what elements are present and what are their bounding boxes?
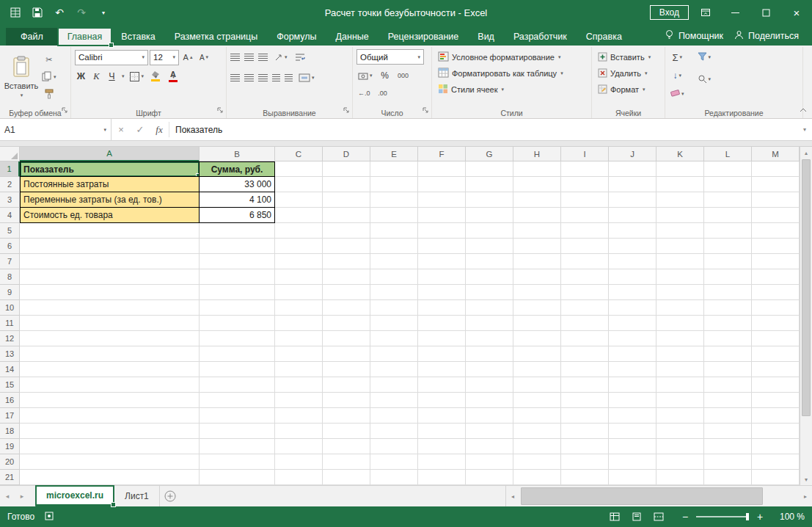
column-header-F[interactable]: F — [418, 147, 466, 161]
cell-H13[interactable] — [513, 346, 561, 362]
cell-E21[interactable] — [370, 470, 418, 485]
undo-icon[interactable]: ↶ — [53, 6, 66, 19]
underline-button[interactable]: Ч — [106, 71, 118, 81]
tab-справка[interactable]: Справка — [577, 28, 632, 46]
cell-H11[interactable] — [513, 316, 561, 331]
cell-I18[interactable] — [561, 424, 609, 439]
font-family-select[interactable]: Calibri▾ — [75, 50, 148, 65]
minimize-button[interactable] — [720, 0, 750, 25]
column-header-G[interactable]: G — [466, 147, 513, 161]
cell-H5[interactable] — [513, 223, 561, 239]
cell-D15[interactable] — [323, 377, 370, 393]
cut-button[interactable]: ✂ — [40, 51, 58, 68]
cell-F3[interactable] — [418, 192, 466, 208]
cell-L19[interactable] — [704, 439, 752, 454]
copy-button[interactable]: ▾ — [40, 69, 58, 85]
fill-color-button[interactable]: ▾ — [148, 68, 163, 84]
cell-D7[interactable] — [323, 254, 370, 269]
cell-L4[interactable] — [704, 208, 752, 223]
find-select-button[interactable]: ▾ — [696, 71, 713, 87]
cell-D5[interactable] — [323, 223, 370, 239]
cell-E1[interactable] — [370, 161, 418, 177]
cell-J6[interactable] — [609, 239, 656, 254]
cell-C9[interactable] — [275, 285, 323, 300]
cell-C4[interactable] — [275, 208, 323, 223]
cell-A3[interactable]: Переменные затраты (за ед. тов.) — [20, 192, 200, 208]
cell-B3[interactable]: 4 100 — [200, 192, 275, 208]
align-bottom-icon[interactable] — [258, 54, 268, 61]
cell-C2[interactable] — [275, 177, 323, 192]
cell-G10[interactable] — [466, 300, 513, 316]
cell-G6[interactable] — [466, 239, 513, 254]
cell-A9[interactable] — [20, 285, 200, 300]
number-format-select[interactable]: Общий▾ — [356, 49, 424, 65]
row-header-6[interactable]: 6 — [0, 239, 20, 254]
row-header-2[interactable]: 2 — [0, 177, 20, 192]
cell-B10[interactable] — [200, 300, 275, 316]
cell-D3[interactable] — [323, 192, 370, 208]
cell-E18[interactable] — [370, 424, 418, 439]
cell-G17[interactable] — [466, 408, 513, 424]
cell-F11[interactable] — [418, 316, 466, 331]
row-header-8[interactable]: 8 — [0, 269, 20, 285]
cell-B16[interactable] — [200, 393, 275, 408]
cell-G8[interactable] — [466, 269, 513, 285]
cell-D9[interactable] — [323, 285, 370, 300]
cell-F15[interactable] — [418, 377, 466, 393]
cell-J2[interactable] — [609, 177, 656, 192]
column-header-I[interactable]: I — [561, 147, 609, 161]
cell-I7[interactable] — [561, 254, 609, 269]
zoom-level[interactable]: 100 % — [774, 512, 805, 522]
ribbon-display-options-icon[interactable] — [699, 6, 712, 19]
cell-M4[interactable] — [752, 208, 800, 223]
cell-L6[interactable] — [704, 239, 752, 254]
cell-D17[interactable] — [323, 408, 370, 424]
cell-F1[interactable] — [418, 161, 466, 177]
cell-F21[interactable] — [418, 470, 466, 485]
cell-C15[interactable] — [275, 377, 323, 393]
cell-D8[interactable] — [323, 269, 370, 285]
page-layout-view-icon[interactable] — [627, 509, 646, 525]
cell-J12[interactable] — [609, 331, 656, 346]
cell-D13[interactable] — [323, 346, 370, 362]
cell-B19[interactable] — [200, 439, 275, 454]
cell-E7[interactable] — [370, 254, 418, 269]
row-header-3[interactable]: 3 — [0, 192, 20, 208]
cell-D1[interactable] — [323, 161, 370, 177]
cell-K10[interactable] — [656, 300, 704, 316]
cell-C3[interactable] — [275, 192, 323, 208]
cell-C13[interactable] — [275, 346, 323, 362]
cell-M19[interactable] — [752, 439, 800, 454]
cell-L5[interactable] — [704, 223, 752, 239]
font-size-select[interactable]: 12▾ — [150, 50, 179, 65]
cell-J13[interactable] — [609, 346, 656, 362]
cell-E6[interactable] — [370, 239, 418, 254]
tab-вставка[interactable]: Вставка — [111, 28, 164, 46]
cell-E16[interactable] — [370, 393, 418, 408]
cell-E9[interactable] — [370, 285, 418, 300]
cell-A1[interactable]: Показатель — [20, 161, 200, 177]
sheet-nav-left-icon[interactable]: ◂ — [0, 486, 15, 506]
cell-B13[interactable] — [200, 346, 275, 362]
cell-L7[interactable] — [704, 254, 752, 269]
paste-button[interactable]: Вставить ▾ — [4, 49, 39, 105]
cell-A12[interactable] — [20, 331, 200, 346]
cell-H20[interactable] — [513, 454, 561, 470]
formula-bar-expand-icon[interactable]: ▾ — [797, 119, 812, 140]
zoom-out-icon[interactable]: − — [680, 511, 690, 523]
font-dialog-launcher-icon[interactable] — [216, 106, 224, 116]
cell-M2[interactable] — [752, 177, 800, 192]
cell-L16[interactable] — [704, 393, 752, 408]
column-header-M[interactable]: M — [752, 147, 800, 161]
zoom-in-icon[interactable]: + — [755, 511, 765, 523]
clipboard-dialog-launcher-icon[interactable] — [61, 106, 68, 116]
cell-E10[interactable] — [370, 300, 418, 316]
cell-J16[interactable] — [609, 393, 656, 408]
cell-K3[interactable] — [656, 192, 704, 208]
cell-D19[interactable] — [323, 439, 370, 454]
row-header-19[interactable]: 19 — [0, 439, 20, 454]
column-header-J[interactable]: J — [609, 147, 656, 161]
increase-indent-icon[interactable] — [285, 74, 293, 81]
cell-K9[interactable] — [656, 285, 704, 300]
cell-I2[interactable] — [561, 177, 609, 192]
